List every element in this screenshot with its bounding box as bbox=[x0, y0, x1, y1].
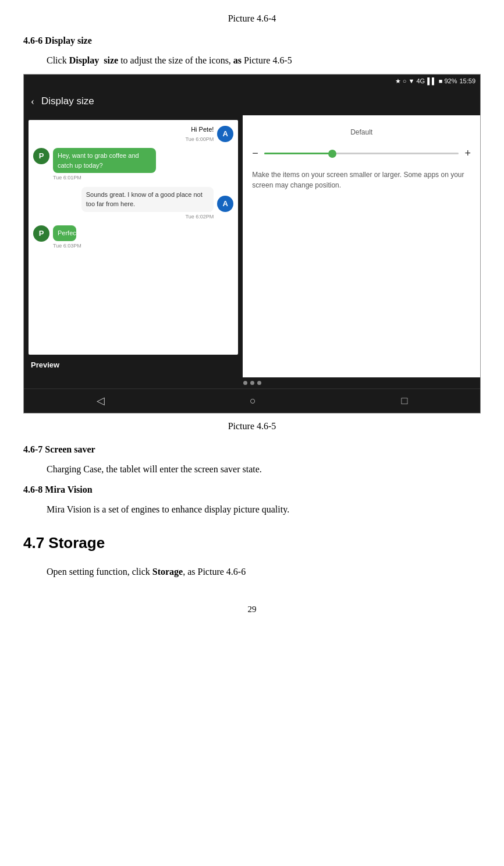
home-nav-icon[interactable]: ○ bbox=[250, 393, 256, 409]
msg-time-3: Tue 6:02PM bbox=[186, 213, 214, 221]
slider-description: Make the items on your screen smaller or… bbox=[252, 169, 471, 190]
middle-text: to adjust the size of the icons, bbox=[118, 55, 233, 65]
slider-thumb[interactable] bbox=[328, 150, 336, 158]
back-nav-icon[interactable]: ◁ bbox=[97, 393, 105, 409]
slider-panel: Default − + Make the items on your scree… bbox=[243, 115, 480, 377]
message-3: Sounds great. I know of a good place not… bbox=[33, 187, 233, 221]
status-icons: ★ ○ ▼ 4G bbox=[395, 76, 425, 86]
storage-bold: Storage bbox=[152, 567, 183, 577]
chat-preview: Hi Pete! Tue 6:00PM A P Hey, want to gra… bbox=[29, 120, 238, 355]
message-2: P Hey, want to grab coffee and catch up … bbox=[33, 148, 233, 182]
dot-2 bbox=[250, 381, 254, 385]
slider-fill bbox=[264, 153, 332, 154]
size-bold: size bbox=[104, 55, 118, 65]
slider-minus-icon[interactable]: − bbox=[252, 146, 258, 161]
page-title: Picture 4.6-4 bbox=[23, 12, 481, 26]
slider-track[interactable] bbox=[264, 153, 459, 154]
default-label: Default bbox=[252, 127, 471, 137]
section-47-prefix: Open setting function, click bbox=[47, 567, 152, 577]
recent-nav-icon[interactable]: □ bbox=[401, 393, 407, 409]
section-47-heading: 4.7 Storage bbox=[23, 532, 481, 554]
msg-time-1: Tue 6:00PM bbox=[186, 136, 214, 144]
section-468-paragraph: Mira Vision is a set of engines to enhan… bbox=[47, 501, 481, 517]
time: 15:59 bbox=[459, 76, 475, 86]
avatar-p-2: P bbox=[33, 225, 49, 242]
avatar-a-2: A bbox=[217, 196, 233, 212]
slider-track-container[interactable]: − + bbox=[252, 146, 471, 161]
battery: ■ 92% bbox=[439, 76, 457, 86]
section-468-heading: 4.6-8 Mira Vision bbox=[23, 483, 481, 497]
msg-bubble-3: Sounds great. I know of a good place not… bbox=[81, 187, 214, 212]
message-4: P Perfect! Tue 6:03PM bbox=[33, 225, 233, 250]
back-arrow-icon[interactable]: ‹ bbox=[31, 94, 34, 109]
pagination-dots bbox=[24, 377, 480, 388]
screenshot-container: ★ ○ ▼ 4G ▌▌ ■ 92% 15:59 ‹ Display size H… bbox=[23, 74, 481, 413]
picture-caption-465: Picture 4.6-5 bbox=[23, 419, 481, 433]
slider-plus-icon[interactable]: + bbox=[464, 146, 471, 161]
section-466-heading: 4.6-6 Display size bbox=[23, 34, 481, 48]
avatar-p-1: P bbox=[33, 148, 49, 164]
display-bold: Display bbox=[69, 55, 100, 65]
preview-label: Preview bbox=[29, 355, 238, 373]
msg-time-4: Tue 6:03PM bbox=[53, 242, 84, 250]
section-47-suffix: , as Picture 4.6-6 bbox=[183, 567, 246, 577]
preview-panel: Hi Pete! Tue 6:00PM A P Hey, want to gra… bbox=[24, 115, 243, 377]
dot-1 bbox=[243, 381, 247, 385]
section-467-heading: 4.6-7 Screen saver bbox=[23, 443, 481, 457]
section-467-container: 4.6-7 Screen saver Charging Case, the ta… bbox=[23, 443, 481, 477]
section-466-paragraph: Click Display size to adjust the size of… bbox=[47, 52, 481, 68]
msg-time-2: Tue 6:01PM bbox=[53, 174, 190, 182]
section-47-container: 4.7 Storage Open setting function, click… bbox=[23, 532, 481, 579]
as-bold: as bbox=[233, 55, 242, 65]
picture-ref: Picture 4.6-5 bbox=[242, 55, 292, 65]
page-number: 29 bbox=[23, 603, 481, 616]
avatar-a-1: A bbox=[217, 126, 233, 142]
dot-3 bbox=[257, 381, 261, 385]
app-header-title: Display size bbox=[41, 94, 94, 109]
section-467-paragraph: Charging Case, the tablet will enter the… bbox=[47, 461, 481, 477]
signal-bars: ▌▌ bbox=[427, 76, 436, 86]
nav-bar: ◁ ○ □ bbox=[24, 388, 480, 413]
msg-text-1: Hi Pete! bbox=[191, 125, 214, 135]
section-47-paragraph: Open setting function, click Storage, as… bbox=[47, 564, 481, 579]
msg-bubble-4: Perfect! bbox=[53, 225, 76, 241]
display-size-content: Hi Pete! Tue 6:00PM A P Hey, want to gra… bbox=[24, 115, 480, 377]
message-1: Hi Pete! Tue 6:00PM A bbox=[33, 125, 233, 143]
click-text: Click bbox=[47, 55, 69, 65]
section-468-container: 4.6-8 Mira Vision Mira Vision is a set o… bbox=[23, 483, 481, 517]
status-bar: ★ ○ ▼ 4G ▌▌ ■ 92% 15:59 bbox=[24, 75, 480, 87]
app-header: ‹ Display size bbox=[24, 87, 480, 115]
msg-bubble-2: Hey, want to grab coffee and catch up to… bbox=[53, 148, 156, 173]
